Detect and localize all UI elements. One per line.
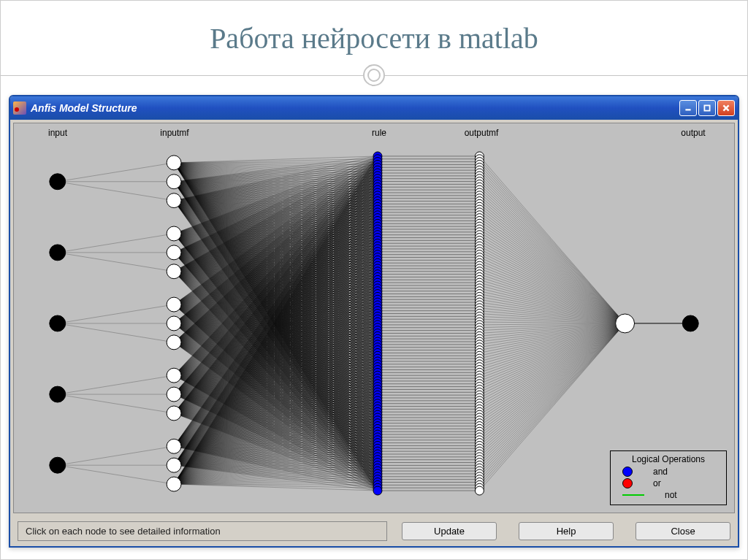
svg-point-2065	[167, 156, 181, 170]
svg-line-9	[58, 253, 174, 272]
svg-line-1966	[479, 232, 625, 323]
svg-line-1975	[479, 257, 625, 323]
status-text: Click on each node to see detailed infor…	[18, 521, 387, 541]
update-button[interactable]: Update	[402, 522, 497, 540]
help-button[interactable]: Help	[519, 522, 614, 540]
svg-line-2029	[479, 323, 625, 409]
svg-point-2070	[167, 264, 181, 279]
svg-line-2023	[479, 323, 625, 392]
svg-line-2033	[479, 323, 625, 421]
svg-line-10	[58, 304, 174, 323]
svg-line-2051	[479, 323, 625, 471]
svg-point-2060	[50, 174, 66, 190]
svg-line-2034	[479, 323, 625, 423]
svg-line-1949	[479, 184, 625, 323]
svg-line-1961	[479, 218, 625, 323]
anfis-plot[interactable]: input inputmf rule outputmf output Logic…	[13, 123, 735, 513]
svg-point-2062	[50, 315, 66, 331]
svg-line-1985	[479, 285, 625, 323]
svg-line-1955	[479, 201, 625, 323]
svg-line-2025	[479, 323, 625, 398]
svg-line-2044	[479, 323, 625, 451]
svg-line-18	[58, 465, 174, 484]
svg-line-1959	[479, 212, 625, 323]
legend-or-label: or	[653, 478, 661, 488]
svg-line-1969	[479, 240, 625, 323]
svg-line-7	[58, 234, 174, 253]
close-button[interactable]: Close	[636, 522, 730, 540]
svg-point-2321	[682, 315, 698, 331]
svg-point-2066	[167, 174, 181, 189]
svg-line-2019	[479, 323, 625, 381]
bottom-bar: Click on each node to see detailed infor…	[10, 516, 738, 545]
svg-point-2074	[167, 368, 181, 383]
svg-point-2319	[475, 486, 484, 495]
svg-line-1968	[479, 238, 625, 323]
svg-line-2028	[479, 323, 625, 407]
titlebar[interactable]: Anfis Model Structure	[10, 96, 738, 120]
svg-point-2079	[167, 477, 181, 491]
svg-line-1946	[479, 176, 625, 323]
svg-point-2071	[167, 297, 181, 312]
maximize-button[interactable]	[698, 100, 716, 116]
svg-line-1954	[479, 199, 625, 323]
svg-line-2054	[479, 323, 625, 480]
svg-line-1965	[479, 229, 625, 323]
window-title: Anfis Model Structure	[31, 102, 679, 114]
svg-line-16	[58, 446, 174, 465]
svg-point-2199	[373, 486, 382, 495]
svg-line-2015	[479, 323, 625, 370]
svg-line-2046	[479, 323, 625, 457]
svg-point-2076	[167, 406, 181, 421]
svg-line-1971	[479, 246, 625, 323]
legend-or-dot	[622, 478, 633, 488]
svg-line-1958	[479, 210, 625, 323]
legend-and-dot	[622, 467, 633, 477]
svg-line-2043	[479, 323, 625, 448]
svg-point-2078	[167, 458, 181, 472]
svg-line-1943	[479, 167, 625, 323]
svg-point-2069	[167, 245, 181, 260]
svg-line-2056	[479, 323, 625, 485]
svg-line-2022	[479, 323, 625, 389]
svg-line-2032	[479, 323, 625, 418]
svg-line-1963	[479, 223, 625, 323]
svg-line-2053	[479, 323, 625, 477]
slide-title: Работа нейросети в matlab	[210, 21, 538, 55]
svg-line-2031	[479, 323, 625, 415]
svg-point-2061	[50, 245, 66, 261]
legend-not-label: not	[665, 490, 677, 500]
svg-line-2021	[479, 323, 625, 387]
svg-line-2049	[479, 323, 625, 465]
svg-line-1942	[479, 164, 625, 323]
minimize-button[interactable]	[679, 100, 697, 116]
svg-line-1951	[479, 190, 625, 323]
close-window-button[interactable]	[717, 100, 735, 116]
svg-line-1952	[479, 193, 625, 323]
svg-line-2026	[479, 323, 625, 401]
svg-point-2320	[616, 314, 635, 333]
svg-line-13	[58, 375, 174, 394]
svg-point-2068	[167, 226, 181, 241]
svg-line-2055	[479, 323, 625, 483]
svg-line-2036	[479, 323, 625, 429]
svg-point-2075	[167, 387, 181, 402]
svg-line-1972	[479, 249, 625, 323]
svg-line-1974	[479, 255, 625, 323]
svg-line-1941	[479, 162, 625, 323]
svg-line-1982	[479, 277, 625, 323]
label-outputmf: outputmf	[465, 128, 499, 138]
svg-line-15	[58, 394, 174, 413]
svg-line-1953	[479, 196, 625, 323]
legend-not-line	[622, 494, 644, 496]
svg-line-1944	[479, 170, 625, 323]
svg-point-2072	[167, 316, 181, 331]
label-rule: rule	[372, 128, 386, 138]
svg-line-6	[58, 182, 174, 201]
svg-point-2077	[167, 439, 181, 453]
title-divider	[1, 64, 747, 86]
svg-line-12	[58, 323, 174, 342]
svg-line-1976	[479, 260, 625, 323]
svg-point-2073	[167, 335, 181, 350]
matlab-icon	[13, 101, 26, 115]
